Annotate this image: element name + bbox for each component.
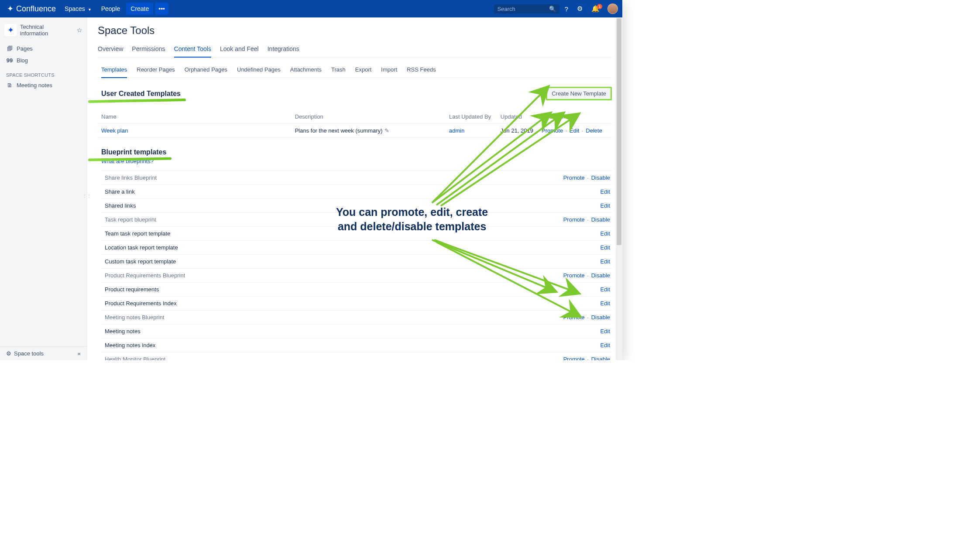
blueprint-group-header: Share links BlueprintPromote · Disable [101,171,612,184]
op-promote[interactable]: Promote [563,216,585,223]
blueprint-group-name: Product Requirements Blueprint [105,272,185,279]
notification-badge: 1 [597,4,602,9]
op-edit[interactable]: Edit [600,286,610,293]
top-nav: ✦ Confluence Spaces ▾ People Create ••• … [0,0,622,17]
blueprint-row-name: Product requirements [105,286,159,293]
op-edit[interactable]: Edit [600,244,610,251]
search-input[interactable] [497,6,549,12]
op-disable[interactable]: Disable [591,314,610,321]
tab-overview[interactable]: Overview [98,43,123,57]
sidebar-pages[interactable]: 🗐 Pages [0,43,87,55]
blueprint-list: Share links BlueprintPromote · DisableSh… [101,171,612,360]
more-button[interactable]: ••• [155,3,168,15]
sidebar-collapse[interactable]: « [78,350,81,357]
op-delete[interactable]: Delete [586,127,602,134]
subtab-attachments[interactable]: Attachments [290,65,322,78]
tab-integrations[interactable]: Integrations [268,43,299,57]
col-updated: Updated [499,110,540,124]
edit-desc-icon[interactable]: ✎ [383,127,389,134]
blueprint-row: Location task report templateEdit [101,240,612,254]
col-last-updated-by: Last Updated By [447,110,499,124]
blueprint-group-name: Share links Blueprint [105,174,157,181]
subtab-import[interactable]: Import [381,65,397,78]
op-disable[interactable]: Disable [591,216,610,223]
template-desc: Plans for the next week (summary) [295,127,383,134]
col-operations: Operations [540,110,612,124]
op-edit[interactable]: Edit [569,127,579,134]
subtab-reorder-pages[interactable]: Reorder Pages [137,65,175,78]
blueprint-group-name: Task report blueprint [105,216,156,223]
gear-icon: ⚙ [6,350,11,357]
create-new-template-button[interactable]: Create New Template [546,87,612,100]
subtab-templates[interactable]: Templates [101,65,127,78]
subtab-export[interactable]: Export [355,65,372,78]
subtab-orphaned-pages[interactable]: Orphaned Pages [185,65,227,78]
space-name[interactable]: Technical information [20,24,73,37]
sidebar-meeting-notes[interactable]: 🗎 Meeting notes [0,79,87,91]
what-are-blueprints-link[interactable]: What are blueprints? [101,158,612,164]
op-edit[interactable]: Edit [600,230,610,237]
user-templates-heading: User Created Templates [101,90,181,98]
col-description: Description [293,110,447,124]
op-disable[interactable]: Disable [591,174,610,181]
star-icon[interactable]: ☆ [77,27,82,34]
blueprint-row: Meeting notes indexEdit [101,338,612,352]
subtab-undefined-pages[interactable]: Undefined Pages [237,65,281,78]
blueprint-row: Product Requirements IndexEdit [101,296,612,310]
sidebar-blog[interactable]: 99 Blog [0,55,87,66]
nav-spaces[interactable]: Spaces ▾ [60,3,95,15]
op-promote[interactable]: Promote [563,356,585,360]
notifications-icon[interactable]: 🔔1 [588,3,603,14]
blueprint-row: Custom task report templateEdit [101,254,612,268]
sidebar-blog-label: Blog [17,57,28,64]
sidebar-meeting-notes-label: Meeting notes [17,82,52,89]
op-edit[interactable]: Edit [600,188,610,195]
sidebar-space-tools[interactable]: ⚙ Space tools [6,350,44,357]
avatar[interactable] [607,3,618,14]
updated-by-link[interactable]: admin [449,127,464,134]
create-button[interactable]: Create [126,3,153,15]
confluence-logo-icon: ✦ [7,4,14,14]
blueprint-row: Product requirementsEdit [101,282,612,296]
brand[interactable]: ✦ Confluence [4,4,58,14]
op-promote[interactable]: Promote [563,174,585,181]
op-promote[interactable]: Promote [542,127,563,134]
search-box[interactable]: 🔍 [494,4,559,14]
tab-permissions[interactable]: Permissions [132,43,165,57]
op-disable[interactable]: Disable [591,272,610,279]
updated-date: Jun 21, 2019 [499,124,540,138]
op-disable[interactable]: Disable [591,356,610,360]
op-promote[interactable]: Promote [563,314,585,321]
op-edit[interactable]: Edit [600,328,610,335]
subtab-rss-feeds[interactable]: RSS Feeds [407,65,436,78]
op-edit[interactable]: Edit [600,258,610,265]
blueprint-row-name: Product Requirements Index [105,300,177,307]
op-edit[interactable]: Edit [600,202,610,209]
sidebar: ✦ Technical information ☆ 🗐 Pages 99 Blo… [0,17,87,360]
nav-spaces-label: Spaces [65,5,85,12]
blueprint-row-name: Meeting notes [105,328,141,335]
page-link-icon: 🗎 [6,82,13,89]
blueprint-group-header: Task report blueprintPromote · Disable [101,212,612,226]
op-edit[interactable]: Edit [600,300,610,307]
pages-icon: 🗐 [6,45,13,52]
tab-look-and-feel[interactable]: Look and Feel [220,43,259,57]
blueprint-heading: Blueprint templates [101,148,166,156]
brand-text: Confluence [16,4,56,14]
table-row: Week planPlans for the next week (summar… [98,124,612,138]
blueprint-group-header: Meeting notes BlueprintPromote · Disable [101,310,612,324]
op-edit[interactable]: Edit [600,342,610,348]
template-name-link[interactable]: Week plan [101,127,128,134]
blueprint-row-name: Shared links [105,202,136,209]
tab-content-tools[interactable]: Content Tools [174,43,211,58]
nav-people[interactable]: People [97,3,125,15]
blueprint-row: Meeting notesEdit [101,324,612,338]
blueprint-row: Share a linkEdit [101,184,612,198]
subtab-trash[interactable]: Trash [331,65,346,78]
col-name: Name [98,110,293,124]
blueprint-row-name: Custom task report template [105,258,176,265]
page-title: Space Tools [98,24,612,37]
op-promote[interactable]: Promote [563,272,585,279]
settings-icon[interactable]: ⚙ [573,3,586,14]
help-icon[interactable]: ? [561,3,572,14]
